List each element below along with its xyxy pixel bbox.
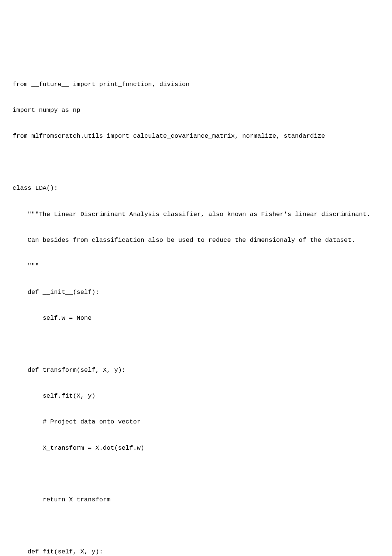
code-line: from __future__ import print_function, d… (13, 80, 379, 89)
code-line: """The Linear Discriminant Analysis clas… (13, 210, 379, 219)
code-line: return X_transform (13, 495, 379, 504)
code-line: from mlfromscratch.utils import calculat… (13, 132, 379, 140)
code-line (13, 470, 379, 478)
code-line: X_transform = X.dot(self.w) (13, 444, 379, 452)
code-line: import numpy as np (13, 106, 379, 114)
code-line: self.w = None (13, 314, 379, 322)
code-line (13, 522, 379, 530)
code-line: # Project data onto vector (13, 418, 379, 426)
code-line: class LDA(): (13, 184, 379, 192)
code-line (13, 158, 379, 167)
code-line: def transform(self, X, y): (13, 366, 379, 374)
code-line (13, 340, 379, 348)
code-line: """ (13, 262, 379, 270)
code-line: Can besides from classification also be … (13, 236, 379, 244)
code-document: from __future__ import print_function, d… (13, 63, 379, 556)
code-line: def __init__(self): (13, 288, 379, 296)
code-line: def fit(self, X, y): (13, 548, 379, 556)
code-line: self.fit(X, y) (13, 392, 379, 400)
